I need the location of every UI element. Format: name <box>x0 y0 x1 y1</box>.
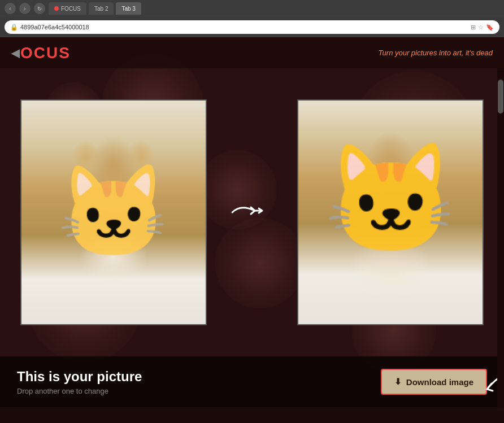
before-image-panel <box>20 99 207 325</box>
star-icon[interactable]: ☆ <box>478 24 484 31</box>
address-bar[interactable]: 🔒 4899a07e6a4c54000018 ⊞ ☆ 🔖 <box>5 20 499 34</box>
download-icon: ⬇ <box>394 377 402 387</box>
after-cat-image <box>298 101 483 324</box>
before-cat-image <box>21 101 206 324</box>
browser-tab-1[interactable]: FOCUS <box>49 2 86 15</box>
site-wrapper: ◂OCUS Turn your pictures into art, it's … <box>0 37 504 407</box>
browser-tab-bar: ‹ › ↻ FOCUS Tab 2 Tab 3 <box>0 0 504 17</box>
translate-icon[interactable]: ⊞ <box>471 24 476 31</box>
site-tagline: Turn your pictures into art, it's dead <box>379 49 493 57</box>
scrollbar[interactable] <box>497 68 504 407</box>
forward-button[interactable]: › <box>19 3 31 14</box>
reload-button[interactable]: ↻ <box>34 3 45 14</box>
browser-tab-3[interactable]: Tab 3 <box>116 2 141 15</box>
site-header: ◂OCUS Turn your pictures into art, it's … <box>0 37 504 68</box>
transform-arrow <box>229 198 275 226</box>
browser-tab-2[interactable]: Tab 2 <box>89 2 114 15</box>
download-image-button[interactable]: ⬇ Download image <box>381 369 487 395</box>
address-bar-row: 🔒 4899a07e6a4c54000018 ⊞ ☆ 🔖 <box>0 17 504 37</box>
main-content <box>0 68 504 356</box>
bookmark-icon[interactable]: 🔖 <box>486 24 494 31</box>
download-label: Download image <box>406 377 473 387</box>
back-button[interactable]: ‹ <box>5 3 16 14</box>
scrollbar-thumb[interactable] <box>498 80 503 114</box>
bottom-text-area: This is your picture Drop another one to… <box>17 369 142 395</box>
after-image-panel <box>297 99 484 325</box>
address-text: 4899a07e6a4c54000018 <box>20 24 468 30</box>
address-icon: 🔒 <box>10 24 18 31</box>
arrow-area <box>207 198 297 226</box>
bottom-bar: This is your picture Drop another one to… <box>0 356 504 407</box>
bottom-subtitle: Drop another one to change <box>17 387 142 395</box>
site-logo: ◂OCUS <box>11 43 71 62</box>
bottom-title: This is your picture <box>17 369 142 385</box>
